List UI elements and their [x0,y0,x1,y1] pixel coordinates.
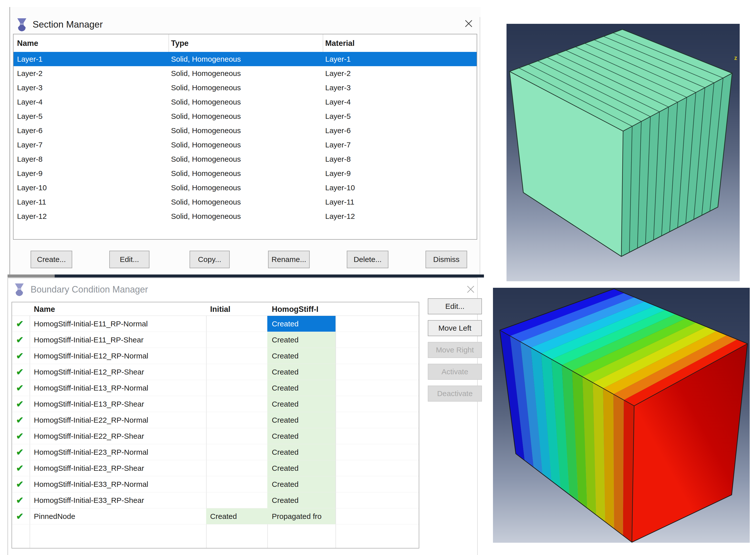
cell-initial [206,380,267,396]
cell-step[interactable]: Created [267,444,336,460]
cell-name: Layer-12 [17,212,47,221]
cell-material: Layer-9 [325,169,351,178]
create-button[interactable]: Create... [31,251,72,268]
column-header-initial: Initial [210,305,230,314]
cell-material: Layer-3 [325,83,351,92]
viewport-layered-cube[interactable]: z [506,24,740,281]
cell-type: Solid, Homogeneous [171,69,241,78]
cell-type: Solid, Homogeneous [171,112,241,121]
cell-name: Layer-6 [17,126,43,135]
table-row[interactable]: ✔HomogStiff-Initial-E12_RP-NormalCreated [12,348,419,364]
cell-type: Solid, Homogeneous [171,55,241,63]
edit-button[interactable]: Edit... [109,251,150,268]
table-row[interactable]: ✔HomogStiff-Initial-E23_RP-NormalCreated [12,444,419,460]
cell-step[interactable]: Created [267,412,336,428]
cell-name: Layer-9 [17,169,43,178]
window-left-border [7,278,8,555]
table-row[interactable]: ✔HomogStiff-Initial-E12_RP-ShearCreated [12,364,419,380]
cell-name: Layer-4 [17,98,43,106]
table-row[interactable]: ✔HomogStiff-Initial-E13_RP-ShearCreated [12,396,419,412]
table-row[interactable]: Layer-8Solid, HomogeneousLayer-8 [13,152,477,166]
move-right-button[interactable]: Move Right [428,342,482,358]
table-row[interactable]: Layer-5Solid, HomogeneousLayer-5 [13,109,477,123]
cell-name: HomogStiff-Initial-E22_RP-Shear [34,432,144,440]
edit-button[interactable]: Edit... [428,298,482,314]
rename-button[interactable]: Rename... [268,251,310,268]
table-row[interactable]: Layer-9Solid, HomogeneousLayer-9 [13,166,477,180]
cell-initial [206,332,267,348]
window-top-border [7,278,478,278]
cell-type: Solid, Homogeneous [171,98,241,106]
cell-step[interactable]: Created [267,364,336,380]
cell-step[interactable]: Created [267,428,336,444]
bc-manager-titlebar[interactable]: Boundary Condition Manager [14,282,440,297]
table-row[interactable]: Layer-1Solid, HomogeneousLayer-1 [13,52,477,66]
check-icon: ✔ [16,447,24,458]
cell-step[interactable]: Created [267,332,336,348]
cell-initial [206,412,267,428]
cell-initial [206,476,267,492]
table-row[interactable]: Layer-11Solid, HomogeneousLayer-11 [13,195,477,209]
table-row[interactable]: Layer-12Solid, HomogeneousLayer-12 [13,209,477,223]
cell-name: Layer-1 [17,55,43,63]
cell-step[interactable]: Propagated fro [267,508,336,524]
cell-type: Solid, Homogeneous [171,183,241,192]
table-row[interactable]: ✔HomogStiff-Initial-E11_RP-ShearCreated [12,332,419,348]
cell-initial [206,428,267,444]
cell-initial [206,364,267,380]
table-row[interactable]: Layer-4Solid, HomogeneousLayer-4 [13,95,477,109]
check-icon: ✔ [16,415,24,425]
check-icon: ✔ [16,479,24,489]
table-row[interactable]: ✔HomogStiff-Initial-E33_RP-ShearCreated [12,492,419,508]
table-row[interactable]: ✔HomogStiff-Initial-E33_RP-NormalCreated [12,476,419,492]
cell-step[interactable]: Created [267,380,336,396]
deactivate-button[interactable]: Deactivate [428,386,482,401]
cell-type: Solid, Homogeneous [171,169,241,178]
table-row[interactable]: ✔HomogStiff-Initial-E11_RP-NormalCreated [12,316,419,332]
copy-button[interactable]: Copy... [190,251,230,268]
cell-name: Layer-11 [17,198,46,206]
table-row[interactable]: ✔HomogStiff-Initial-E22_RP-NormalCreated [12,412,419,428]
close-icon[interactable] [465,283,477,295]
section-manager-titlebar[interactable]: Section Manager [16,17,468,32]
viewport-contour-cube[interactable] [493,288,750,543]
cell-material: Layer-6 [325,126,351,135]
cell-name: Layer-5 [17,112,43,121]
cell-step[interactable]: Created [267,348,336,364]
cell-step[interactable]: Created [267,476,336,492]
table-row[interactable]: ✔HomogStiff-Initial-E23_RP-ShearCreated [12,460,419,476]
cell-step[interactable]: Created [267,316,336,332]
cell-type: Solid, Homogeneous [171,212,241,221]
table-row[interactable]: Layer-10Solid, HomogeneousLayer-10 [13,180,477,195]
sections-table: Name Type Material Layer-1Solid, Homogen… [13,34,477,240]
bc-table: Name Initial HomogStiff-I ✔HomogStiff-In… [11,302,419,549]
cell-name: HomogStiff-Initial-E33_RP-Normal [34,480,148,488]
move-left-button[interactable]: Move Left [428,320,482,336]
table-row[interactable]: ✔PinnedNodeCreatedPropagated fro [12,508,419,524]
cell-name: Layer-2 [17,69,43,78]
activate-button[interactable]: Activate [428,364,482,380]
cell-name: Layer-3 [17,83,43,92]
table-row[interactable]: Layer-2Solid, HomogeneousLayer-2 [13,66,477,81]
bc-manager-window: Boundary Condition Manager Name Initial … [7,278,478,555]
cell-name: HomogStiff-Initial-E22_RP-Normal [34,416,148,424]
table-row[interactable]: Layer-7Solid, HomogeneousLayer-7 [13,138,477,152]
window-bottom-edge-gray [7,274,55,278]
check-icon: ✔ [16,335,24,345]
close-icon[interactable] [463,17,475,30]
table-row[interactable]: Layer-6Solid, HomogeneousLayer-6 [13,123,477,138]
cell-name: HomogStiff-Initial-E12_RP-Normal [34,352,148,360]
dialog-title: Boundary Condition Manager [31,284,148,295]
delete-button[interactable]: Delete... [347,251,388,268]
column-header-type: Type [171,39,188,48]
cell-step[interactable]: Created [267,396,336,412]
dismiss-button[interactable]: Dismiss [425,251,467,268]
cell-step[interactable]: Created [267,460,336,476]
cell-step[interactable]: Created [267,492,336,508]
table-row[interactable]: Layer-3Solid, HomogeneousLayer-3 [13,81,477,95]
cell-material: Layer-5 [325,112,351,121]
table-row[interactable]: ✔HomogStiff-Initial-E22_RP-ShearCreated [12,428,419,444]
table-row[interactable]: ✔HomogStiff-Initial-E13_RP-NormalCreated [12,380,419,396]
cell-material: Layer-8 [325,155,351,163]
table-header-row: Name Initial HomogStiff-I [12,302,419,316]
